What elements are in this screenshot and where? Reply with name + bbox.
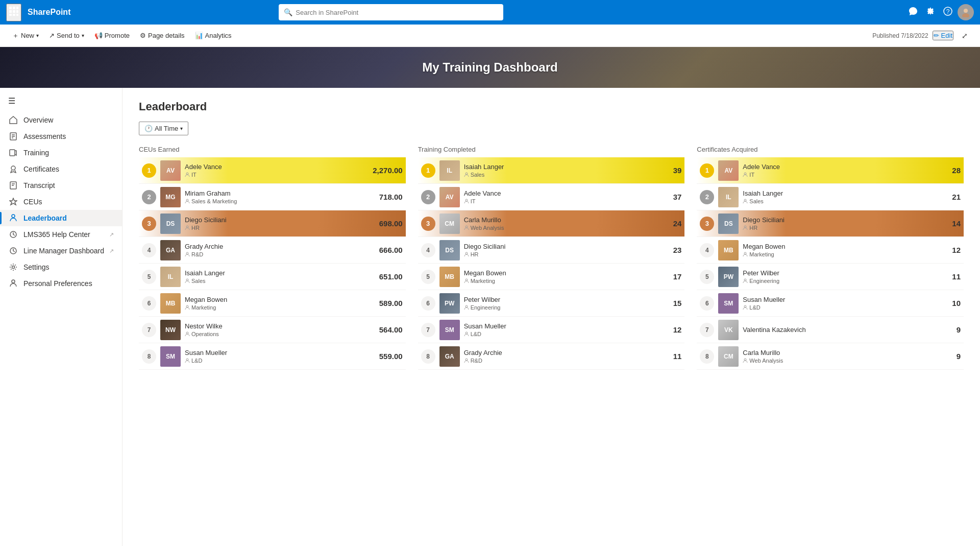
user-info: Susan Mueller L&D	[464, 322, 662, 337]
user-info: Diego Siciliani HR	[185, 216, 375, 231]
rank-badge: 1	[700, 163, 714, 178]
score-value: 564.00	[379, 325, 403, 334]
score-value: 10	[944, 299, 961, 307]
svg-point-40	[465, 279, 468, 281]
analytics-button[interactable]: 📊 Analytics	[191, 29, 236, 42]
home-icon	[8, 116, 18, 124]
sidebar-lms365-label: LMS365 Help Center	[23, 230, 90, 239]
sidebar-item-linemanager[interactable]: Line Manager Dashboard ↗	[0, 243, 122, 259]
svg-point-48	[744, 279, 746, 281]
table-row: 6MBMegan Bowen Marketing589.00	[139, 290, 406, 317]
filter-bar: 🕐 All Time ▾	[139, 122, 964, 135]
linemanager-icon	[8, 247, 18, 255]
promote-button[interactable]: 📢 Promote	[90, 29, 134, 42]
help-icon-button[interactable]: ?	[940, 4, 955, 21]
svg-rect-3	[9, 10, 12, 13]
sidebar-item-settings[interactable]: Settings	[0, 259, 122, 275]
user-name: Adele Vance	[185, 163, 369, 171]
main-layout: ☰ Overview Assessments Training Certific…	[0, 88, 980, 546]
svg-point-11	[964, 9, 968, 13]
rank-badge: 2	[142, 190, 156, 204]
user-info: Valentina Kazakevich	[743, 326, 940, 334]
svg-point-43	[465, 359, 468, 361]
avatar: NW	[160, 320, 181, 340]
sidebar-item-preferences[interactable]: Personal Preferences	[0, 275, 122, 292]
search-bar[interactable]: 🔍	[279, 4, 503, 20]
score-value: 11	[665, 352, 681, 361]
sidebar-item-transcript[interactable]: Transcript	[0, 177, 122, 194]
user-name: Susan Mueller	[464, 322, 662, 330]
sidebar-item-lms365[interactable]: LMS365 Help Center ↗	[0, 226, 122, 243]
score-value: 21	[944, 193, 961, 201]
page-details-label: Page details	[148, 32, 185, 39]
page-details-button[interactable]: ⚙ Page details	[136, 29, 189, 42]
user-name: Megan Bowen	[464, 269, 662, 277]
avatar: VK	[718, 320, 739, 340]
search-input[interactable]	[296, 9, 498, 16]
score-value: 12	[665, 325, 681, 334]
user-name: Carla Murillo	[464, 216, 662, 224]
lb-section-title-certificates: Certificates Acquired	[697, 146, 964, 153]
svg-point-30	[186, 226, 188, 228]
lb-section-ceus: CEUs Earned1AVAdele Vance IT2,270.002MGM…	[139, 146, 406, 370]
svg-point-23	[12, 215, 15, 218]
user-info: Diego Siciliani HR	[743, 216, 940, 231]
sidebar-item-ceus[interactable]: CEUs	[0, 194, 122, 210]
sidebar-item-leaderboard[interactable]: Leaderboard	[0, 210, 122, 226]
page-details-icon: ⚙	[140, 32, 146, 39]
sidebar-certificates-label: Certificates	[23, 165, 59, 173]
sidebar-item-assessments[interactable]: Assessments	[0, 128, 122, 145]
sidebar-item-overview[interactable]: Overview	[0, 112, 122, 128]
rank-badge: 3	[421, 217, 435, 231]
lb-section-certificates: Certificates Acquired1AVAdele Vance IT28…	[697, 146, 964, 370]
user-info: Nestor Wilke Operations	[185, 322, 375, 337]
send-to-button[interactable]: ↗ Send to ▾	[45, 29, 88, 42]
score-value: 9	[944, 352, 961, 361]
sidebar-overview-label: Overview	[23, 116, 53, 124]
rank-badge: 2	[421, 190, 435, 204]
user-name: Peter Wilber	[464, 296, 662, 303]
sidebar-transcript-label: Transcript	[23, 181, 55, 189]
expand-button[interactable]: ⤢	[958, 29, 972, 43]
settings-icon-button[interactable]	[923, 4, 938, 21]
user-info: Adele Vance IT	[464, 189, 662, 204]
chat-icon-button[interactable]	[905, 4, 921, 21]
user-dept: Sales	[743, 198, 940, 204]
svg-point-32	[186, 279, 188, 281]
svg-point-45	[744, 199, 746, 201]
sidebar-preferences-label: Personal Preferences	[23, 279, 92, 288]
user-dept: Marketing	[185, 304, 375, 311]
svg-point-39	[465, 252, 468, 254]
avatar: SM	[160, 346, 181, 367]
new-button[interactable]: ＋ New ▾	[8, 28, 43, 43]
hamburger-menu[interactable]: ☰	[0, 92, 122, 112]
edit-button[interactable]: ✏ Edit	[933, 31, 953, 40]
score-value: 2,270.00	[373, 166, 402, 175]
toolbar-right: Published 7/18/2022 ✏ Edit ⤢	[872, 29, 972, 43]
sidebar-item-certificates[interactable]: Certificates	[0, 161, 122, 177]
user-name: Isaiah Langer	[464, 163, 662, 171]
user-name: Adele Vance	[464, 189, 662, 197]
avatar: DS	[439, 240, 460, 260]
avatar: CM	[439, 213, 460, 234]
svg-point-41	[465, 305, 468, 307]
training-icon	[8, 149, 18, 157]
waffle-menu-button[interactable]	[6, 4, 21, 21]
user-dept: IT	[464, 198, 662, 204]
promote-icon: 📢	[94, 32, 103, 39]
user-avatar[interactable]	[958, 4, 974, 20]
sidebar-linemanager-label: Line Manager Dashboard	[23, 247, 104, 255]
user-info: Carla Murillo Web Analysis	[743, 349, 940, 364]
send-to-chevron-icon: ▾	[82, 33, 84, 38]
all-time-filter[interactable]: 🕐 All Time ▾	[139, 122, 188, 135]
rank-badge: 1	[142, 163, 156, 178]
table-row: 7SMSusan Mueller L&D12	[418, 317, 685, 343]
user-name: Nestor Wilke	[185, 322, 375, 330]
external-link-icon-2: ↗	[109, 248, 114, 254]
clock-icon: 🕐	[144, 125, 153, 132]
rank-badge: 4	[142, 243, 156, 257]
svg-point-12	[962, 13, 969, 17]
user-info: Peter Wilber Engineering	[743, 269, 940, 284]
svg-rect-1	[13, 7, 15, 9]
sidebar-item-training[interactable]: Training	[0, 145, 122, 161]
